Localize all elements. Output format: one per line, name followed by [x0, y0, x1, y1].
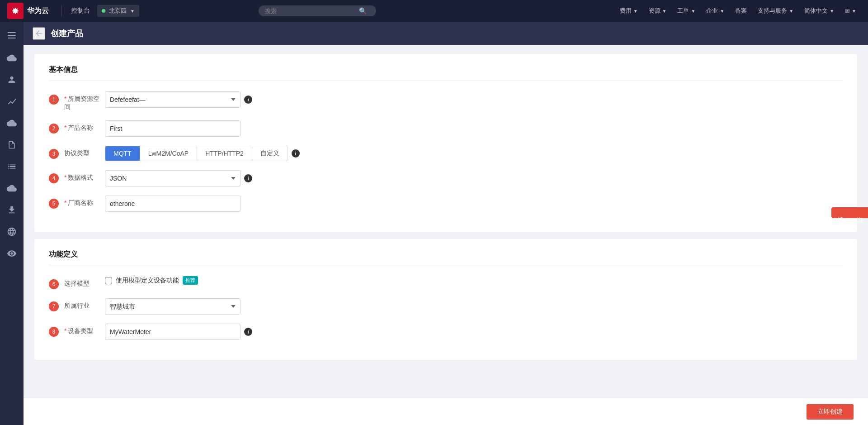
notification-icon: ✉: [845, 8, 850, 14]
nav-item-notifications[interactable]: ✉ ▼: [840, 6, 861, 16]
control-product-name: [105, 120, 843, 137]
nav-item-fees[interactable]: 费用 ▼: [615, 5, 642, 17]
label-data-format: *数据格式: [64, 170, 105, 182]
wave-icon: [7, 96, 17, 106]
sidebar-item-cloud3[interactable]: [2, 178, 22, 198]
nav-icp-label: 备案: [735, 7, 747, 15]
back-arrow-icon: [34, 29, 43, 38]
required-star-5: *: [64, 199, 66, 206]
control-device-type: i: [105, 324, 843, 340]
sidebar-item-wave[interactable]: [2, 91, 22, 111]
back-button[interactable]: [33, 27, 45, 40]
device-type-input[interactable]: [105, 324, 241, 340]
step-badge-1: 1: [49, 95, 59, 105]
protocol-btn-http[interactable]: HTTP/HTTP2: [197, 146, 252, 161]
logo-area: 华为云: [7, 3, 49, 19]
form-row-resource-space: 1 *所属资源空间 Defefeefat— i: [49, 91, 843, 111]
region-selector[interactable]: 北京四 ▼: [97, 5, 139, 17]
control-data-format: JSON i: [105, 170, 843, 186]
model-checkbox-label: 使用模型定义设备功能: [116, 277, 179, 285]
label-device-type: *设备类型: [64, 324, 105, 335]
hamburger-line-1: [8, 32, 16, 33]
protocol-btn-group: MQTT LwM2M/CoAP HTTP/HTTP2 自定义: [105, 146, 288, 161]
protocol-info-icon[interactable]: i: [292, 149, 300, 158]
label-manufacturer-name-text: 厂商名称: [68, 199, 93, 206]
device-type-info-icon[interactable]: i: [244, 328, 252, 336]
hamburger-line-3: [8, 38, 16, 38]
sidebar-item-download[interactable]: [2, 200, 22, 220]
nav-fees-label: 费用: [620, 7, 632, 15]
step-badge-2: 2: [49, 124, 59, 134]
label-data-format-text: 数据格式: [68, 174, 93, 181]
protocol-btn-mqtt[interactable]: MQTT: [105, 146, 140, 161]
form-row-product-name: 2 *产品名称: [49, 120, 843, 137]
sidebar-item-eye[interactable]: [2, 244, 22, 263]
step-badge-5: 5: [49, 199, 59, 209]
sidebar-item-iot-cloud[interactable]: [2, 113, 22, 133]
page-title: 创建产品: [51, 28, 83, 39]
model-checkbox[interactable]: [105, 277, 112, 284]
required-star-2: *: [64, 124, 66, 131]
language-chevron-icon: ▼: [830, 9, 834, 14]
bottom-bar: 立即创建: [24, 398, 868, 425]
label-resource-space: *所属资源空间: [64, 91, 105, 111]
page-header: 创建产品: [24, 22, 868, 45]
nav-item-resources[interactable]: 资源 ▼: [644, 5, 671, 17]
label-model-select-text: 选择模型: [64, 280, 90, 287]
top-navigation: 华为云 控制台 北京四 ▼ 🔍 费用 ▼ 资源 ▼ 工单 ▼ 企业 ▼ 备案: [0, 0, 868, 22]
globe-icon: [7, 227, 17, 237]
step-badge-7: 7: [49, 301, 59, 311]
nav-item-workorder[interactable]: 工单 ▼: [673, 5, 700, 17]
data-format-info-icon[interactable]: i: [244, 174, 252, 182]
top-nav-right-area: 费用 ▼ 资源 ▼ 工单 ▼ 企业 ▼ 备案 支持与服务 ▼ 简体中文 ▼ ✉ …: [615, 5, 861, 17]
sidebar-item-doc[interactable]: [2, 135, 22, 155]
nav-item-support[interactable]: 支持与服务 ▼: [753, 5, 798, 17]
product-name-input[interactable]: [105, 120, 241, 137]
enterprise-chevron-icon: ▼: [720, 9, 724, 14]
form-row-model-select: 6 选择模型 使用模型定义设备功能 推荐: [49, 276, 843, 289]
label-model-select: 选择模型: [64, 276, 105, 288]
create-button[interactable]: 立即创建: [807, 404, 854, 420]
label-industry-text: 所属行业: [64, 302, 90, 309]
protocol-btn-lwm2m[interactable]: LwM2M/CoAP: [140, 146, 197, 161]
notification-chevron-icon: ▼: [852, 9, 856, 14]
feedback-panel[interactable]: 咨询反馈: [831, 207, 868, 218]
sidebar-item-list[interactable]: [2, 157, 22, 177]
label-product-name-text: 产品名称: [68, 124, 93, 131]
search-input[interactable]: [265, 8, 355, 14]
sidebar-item-globe[interactable]: [2, 222, 22, 242]
iot-cloud-icon: [7, 118, 17, 128]
resource-space-select[interactable]: Defefeefat—: [105, 91, 241, 108]
form-row-manufacturer-name: 5 *厂商名称: [49, 196, 843, 212]
control-industry: 智慧城市: [105, 298, 843, 315]
cloud-icon: [7, 53, 17, 63]
search-icon[interactable]: 🔍: [359, 7, 367, 14]
nav-support-label: 支持与服务: [758, 7, 787, 15]
required-star-8: *: [64, 327, 66, 334]
protocol-btn-custom[interactable]: 自定义: [252, 146, 288, 161]
nav-item-language[interactable]: 简体中文 ▼: [800, 5, 839, 17]
control-manufacturer-name: [105, 196, 843, 212]
control-panel-link[interactable]: 控制台: [67, 7, 94, 15]
user-icon: [7, 75, 17, 85]
resource-space-info-icon[interactable]: i: [244, 96, 252, 104]
manufacturer-name-input[interactable]: [105, 196, 241, 212]
search-bar: 🔍: [259, 5, 376, 16]
data-format-select[interactable]: JSON: [105, 170, 241, 186]
industry-select[interactable]: 智慧城市: [105, 298, 241, 315]
sidebar-item-user[interactable]: [2, 70, 22, 90]
sidebar-hamburger-btn[interactable]: [2, 25, 22, 45]
nav-divider: [61, 5, 62, 16]
form-row-protocol-type: 3 协议类型 MQTT LwM2M/CoAP HTTP/HTTP2 自定义 i: [49, 146, 843, 161]
step-badge-4: 4: [49, 173, 59, 183]
nav-item-enterprise[interactable]: 企业 ▼: [702, 5, 729, 17]
brand-name: 华为云: [27, 6, 49, 16]
nav-item-icp[interactable]: 备案: [731, 5, 751, 17]
sidebar-item-cloud[interactable]: [2, 48, 22, 68]
label-protocol-type: 协议类型: [64, 146, 105, 158]
cloud3-icon: [7, 183, 17, 193]
list-icon: [7, 162, 17, 172]
function-def-section: 功能定义 6 选择模型 使用模型定义设备功能 推荐 7 所属行业: [34, 239, 857, 360]
fees-chevron-icon: ▼: [633, 9, 638, 14]
basic-info-title: 基本信息: [49, 65, 843, 81]
